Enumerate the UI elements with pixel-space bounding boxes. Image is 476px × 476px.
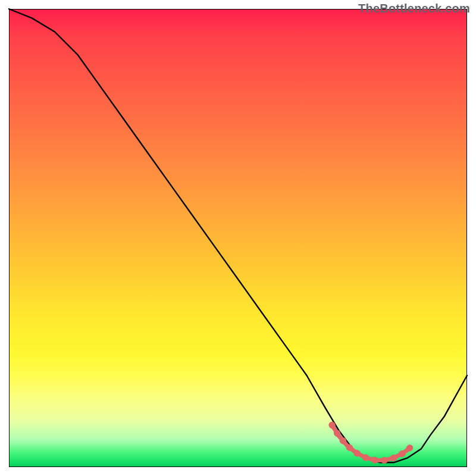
plot-area (9, 9, 467, 467)
chart-container: TheBottleneck.com (0, 0, 476, 476)
axes-border (9, 9, 467, 467)
branding-watermark: TheBottleneck.com (358, 2, 470, 15)
plot-border-rect (9, 9, 467, 467)
